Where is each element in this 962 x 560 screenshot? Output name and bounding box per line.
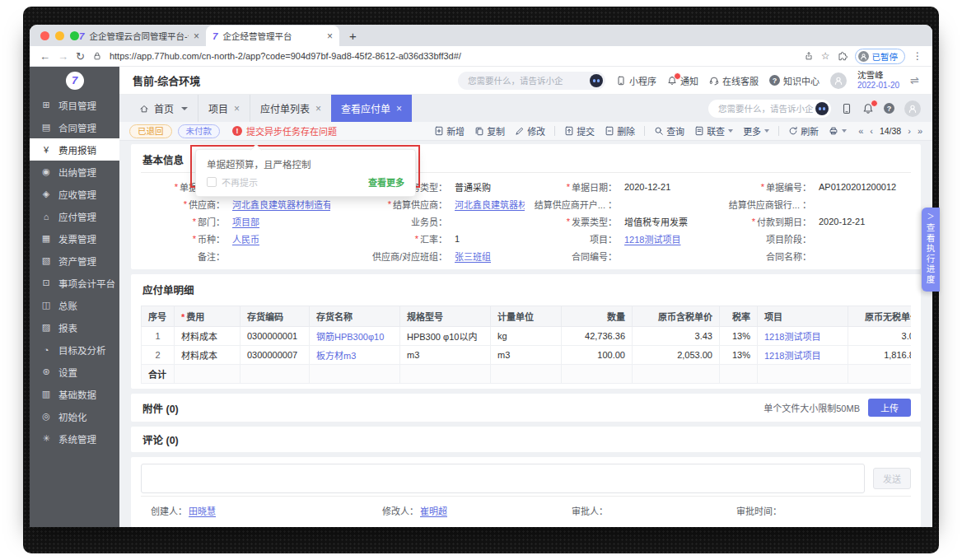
sidebar-item-合同管理[interactable]: ▤合同管理 — [30, 116, 119, 138]
help-icon[interactable]: ? — [884, 103, 894, 114]
user-info[interactable]: 沈雪峰 2022-01-20 — [857, 70, 899, 91]
chevron-down-icon — [842, 129, 847, 133]
sidebar-item-系统管理[interactable]: ✳系统管理 — [30, 427, 119, 450]
close-tab-icon[interactable]: × — [396, 103, 402, 114]
back-icon[interactable]: ← — [40, 51, 50, 62]
comment-input[interactable] — [141, 464, 865, 493]
cell-link[interactable]: 板方材m3 — [316, 351, 356, 361]
maximize-window-button[interactable] — [70, 31, 79, 40]
field-value[interactable]: 河北鑫良建筑器材制造有限公司 — [228, 195, 330, 212]
header-menu-知识中心[interactable]: ?知识中心 — [769, 74, 820, 87]
sidebar-item-报表[interactable]: ▨报表 — [30, 316, 119, 338]
user-avatar-small[interactable] — [904, 100, 921, 117]
header-menu-在线客服[interactable]: 在线客服 — [709, 74, 759, 87]
sidebar-item-基础数据[interactable]: ▥基础数据 — [30, 383, 119, 405]
browser-profile-button[interactable]: 已暂停 — [855, 49, 906, 64]
sidebar-item-项目管理[interactable]: ⊞项目管理 — [30, 94, 119, 116]
user-avatar[interactable] — [830, 72, 847, 89]
cell-link[interactable]: 钢筋HPB300φ10 — [316, 332, 384, 342]
tab-查看应付单[interactable]: 查看应付单× — [331, 95, 412, 122]
required-star: * — [388, 199, 391, 209]
field-value[interactable]: 河北鑫良建筑器材制造有限公司 — [451, 195, 525, 212]
minimize-window-button[interactable] — [55, 31, 64, 40]
close-window-button[interactable] — [40, 31, 49, 40]
sidebar-item-费用报销[interactable]: ¥费用报销 — [30, 138, 119, 161]
close-tab-icon[interactable]: × — [315, 103, 321, 114]
app-header: 售前-综合环境 小程序通知在线客服?知识中心 沈雪峰 2022-01-20 ⇌ — [119, 67, 932, 95]
tab-应付单列表[interactable]: 应付单列表× — [250, 95, 331, 122]
footer-value[interactable]: 田晓慧 — [189, 506, 216, 516]
browser-tab[interactable]: 7企企经营管理平台× — [206, 26, 339, 46]
toolbar-button-查询[interactable]: 查询 — [649, 124, 689, 138]
field-value[interactable]: 项目部 — [228, 212, 330, 230]
sidebar-item-label: 合同管理 — [58, 121, 96, 134]
close-tab-icon[interactable]: × — [194, 30, 199, 42]
sidebar-item-目标及分析[interactable]: ◔目标及分析 — [30, 338, 119, 361]
tab-项目[interactable]: 项目× — [198, 95, 250, 122]
projects-icon: ⊞ — [40, 100, 52, 110]
header-menu-小程序[interactable]: 小程序 — [616, 74, 656, 87]
cell-link[interactable]: 1218测试项目 — [764, 332, 820, 342]
sidebar-item-发票管理[interactable]: ▦发票管理 — [30, 227, 119, 250]
close-tab-icon[interactable]: × — [327, 30, 333, 42]
toolbar-button-修改[interactable]: 修改 — [510, 124, 550, 138]
view-execution-progress-tab[interactable]: ＞ 查看执行进度 — [922, 208, 940, 292]
sidebar-item-label: 基础数据 — [58, 388, 96, 401]
send-button[interactable]: 发送 — [873, 468, 911, 489]
toolbar-button-联查[interactable]: 联查 — [689, 124, 738, 138]
first-page-icon[interactable]: « — [858, 126, 863, 136]
sidebar-item-总账[interactable]: ◫总账 — [30, 294, 119, 316]
sidebar-item-设置[interactable]: ⊛设置 — [30, 361, 119, 383]
required-star: * — [193, 217, 196, 226]
quick-search-robot-icon[interactable] — [815, 102, 829, 115]
extensions-icon[interactable] — [838, 51, 848, 61]
assistant-robot-icon[interactable] — [590, 74, 603, 87]
toolbar-button-刷新[interactable]: 刷新 — [783, 124, 824, 138]
sidebar-item-事项会计平台[interactable]: ⊡事项会计平台 — [30, 272, 119, 294]
reload-icon[interactable]: ↻ — [76, 51, 85, 62]
toolbar-button-提交[interactable]: 提交 — [559, 124, 600, 138]
sidebar-item-资产管理[interactable]: ▧资产管理 — [30, 250, 119, 272]
quick-search-input[interactable] — [718, 104, 815, 114]
toolbar-button-删除[interactable]: 删除 — [600, 124, 640, 138]
headset-icon — [709, 76, 719, 86]
next-page-icon[interactable]: › — [908, 126, 911, 136]
notification-bell-icon[interactable] — [862, 103, 874, 114]
delete-icon — [605, 126, 614, 136]
sidebar-item-初始化[interactable]: ◎初始化 — [30, 405, 119, 427]
prev-page-icon[interactable]: ‹ — [870, 126, 873, 136]
toolbar-button-更多[interactable]: 更多 — [738, 124, 774, 138]
assistant-search-input[interactable] — [468, 76, 590, 86]
sidebar-item-应收管理[interactable]: ◈应收管理 — [30, 183, 119, 205]
bookmark-star-icon[interactable]: ☆ — [821, 50, 830, 62]
toolbar-button-print[interactable] — [824, 126, 852, 136]
field-value: 2020-12-21 — [620, 178, 719, 195]
toolbar-button-复制[interactable]: 复制 — [469, 124, 510, 138]
tab-home[interactable]: 首页 — [129, 95, 198, 122]
last-page-icon[interactable]: » — [918, 126, 922, 136]
new-tab-button[interactable]: + — [349, 30, 357, 42]
field-value[interactable]: 张三班组 — [451, 247, 525, 264]
browser-tab[interactable]: 7企企管理云合同管理平台-合同的× — [72, 26, 206, 46]
share-icon[interactable] — [804, 51, 814, 61]
upload-button[interactable]: 上传 — [868, 399, 911, 417]
field-value[interactable]: 人民币 — [228, 230, 330, 247]
field-value[interactable]: 1218测试项目 — [620, 230, 719, 247]
forward-icon[interactable]: → — [58, 51, 68, 62]
mini-program-icon[interactable] — [841, 103, 852, 114]
close-tab-icon[interactable]: × — [234, 103, 240, 114]
chevron-down-icon[interactable] — [181, 107, 188, 110]
switch-account-icon[interactable]: ⇌ — [910, 74, 919, 86]
url-text[interactable]: https://app.77hub.com/cn-north-2/app?cod… — [110, 51, 461, 61]
sidebar-item-出纳管理[interactable]: ◉出纳管理 — [30, 161, 119, 183]
browser-menu-icon[interactable]: ⋮ — [913, 50, 922, 62]
footer-value[interactable]: 崔明超 — [420, 506, 447, 516]
sidebar-item-label: 出纳管理 — [58, 166, 96, 179]
cell-link[interactable]: 1218测试项目 — [764, 351, 820, 361]
sidebar-item-应付管理[interactable]: ⌂应付管理 — [30, 205, 119, 227]
dont-remind-checkbox[interactable] — [207, 177, 217, 187]
toolbar-button-新增[interactable]: 新增 — [429, 124, 469, 138]
view-more-link[interactable]: 查看更多 — [368, 175, 404, 189]
field-label-text: 供应商/对应班组： — [372, 250, 447, 263]
header-menu-通知[interactable]: 通知 — [667, 74, 698, 87]
